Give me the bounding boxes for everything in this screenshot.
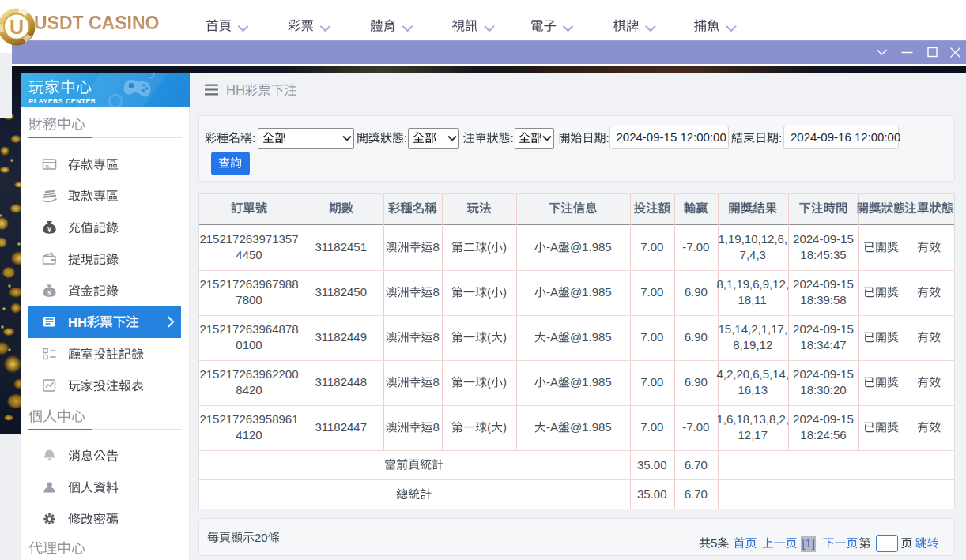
svg-text:4450: 4450 [236, 248, 262, 261]
svg-text:31182447: 31182447 [315, 420, 367, 434]
svg-text:7.00: 7.00 [640, 375, 663, 389]
svg-text:6.70: 6.70 [685, 458, 708, 472]
svg-text:8: 8 [433, 285, 440, 299]
svg-text:6.70: 6.70 [685, 487, 708, 501]
svg-text:4,2,20,6,5,14,: 4,2,20,6,5,14, [716, 367, 789, 381]
svg-text:31182449: 31182449 [315, 330, 367, 344]
svg-text:1,19,10,12,6,: 1,19,10,12,6, [719, 232, 788, 246]
svg-text:2024-09-15: 2024-09-15 [793, 232, 854, 246]
svg-text:(: ( [487, 240, 491, 254]
svg-text:31182448: 31182448 [315, 375, 367, 389]
svg-text:-A: -A [546, 375, 558, 389]
svg-text:-7.00: -7.00 [682, 420, 709, 434]
svg-text:): ) [503, 420, 507, 434]
svg-text:6.90: 6.90 [685, 330, 708, 344]
svg-text:8: 8 [433, 420, 440, 434]
svg-text:@1.985: @1.985 [570, 375, 612, 389]
svg-text:@1.985: @1.985 [570, 330, 612, 344]
svg-text:8: 8 [433, 330, 440, 344]
svg-text:2024-09-15: 2024-09-15 [793, 322, 854, 336]
svg-text:5: 5 [711, 536, 717, 550]
svg-text::: : [606, 131, 609, 145]
svg-text:15,14,2,1,17,: 15,14,2,1,17, [719, 322, 788, 336]
svg-text:): ) [503, 285, 507, 299]
svg-text:31182450: 31182450 [315, 285, 367, 299]
svg-text:7800: 7800 [236, 293, 262, 306]
svg-text::: : [252, 131, 255, 145]
svg-text:@1.985: @1.985 [570, 240, 612, 254]
svg-text:215217263971357: 215217263971357 [199, 232, 298, 246]
svg-text:): ) [503, 330, 507, 344]
svg-text:215217263967988: 215217263967988 [199, 277, 298, 291]
svg-text:4120: 4120 [236, 428, 262, 442]
svg-text:(: ( [487, 330, 491, 344]
svg-text:215217263964878: 215217263964878 [199, 322, 298, 336]
svg-text:2024-09-15: 2024-09-15 [793, 367, 854, 381]
svg-text:18:34:47: 18:34:47 [800, 338, 846, 351]
svg-text:215217263958961: 215217263958961 [199, 412, 298, 426]
svg-text:8: 8 [433, 240, 440, 254]
svg-text::: : [779, 131, 782, 145]
svg-text:16,13: 16,13 [738, 383, 768, 397]
svg-text:¥: ¥ [47, 226, 51, 234]
svg-text:12,17: 12,17 [738, 428, 768, 442]
svg-text:18:24:56: 18:24:56 [800, 428, 846, 442]
svg-text:7.00: 7.00 [640, 240, 663, 254]
svg-text:18,11: 18,11 [738, 293, 767, 306]
svg-text:-A: -A [546, 420, 558, 434]
svg-text:@1.985: @1.985 [570, 420, 612, 434]
svg-text:18:45:35: 18:45:35 [800, 248, 846, 261]
svg-text:18:30:20: 18:30:20 [800, 383, 846, 397]
svg-text:(: ( [487, 420, 491, 434]
svg-text:6.90: 6.90 [685, 285, 708, 299]
svg-text:20: 20 [255, 531, 268, 544]
svg-text:[1]: [1] [802, 536, 815, 550]
svg-text:-A: -A [546, 285, 558, 299]
svg-text:2024-09-15: 2024-09-15 [793, 412, 854, 426]
svg-text:2024-09-15: 2024-09-15 [793, 277, 854, 291]
svg-text:0100: 0100 [236, 338, 262, 351]
svg-text:-A: -A [546, 330, 558, 344]
svg-text:7.00: 7.00 [640, 330, 663, 344]
svg-text:35.00: 35.00 [637, 458, 667, 472]
svg-text:@1.985: @1.985 [570, 285, 612, 299]
svg-text:): ) [503, 240, 507, 254]
svg-text:8: 8 [433, 375, 440, 389]
svg-text:PLAYERS CENTER: PLAYERS CENTER [29, 97, 96, 105]
svg-text::: : [404, 131, 407, 145]
svg-text:1,6,18,13,8,2,: 1,6,18,13,8,2, [716, 412, 789, 426]
svg-text:7,4,3: 7,4,3 [740, 248, 766, 261]
svg-text:8,1,19,6,9,12,: 8,1,19,6,9,12, [716, 277, 789, 291]
svg-text:$: $ [47, 289, 51, 297]
svg-text::: : [511, 131, 514, 145]
svg-text:): ) [503, 375, 507, 389]
svg-text:8420: 8420 [236, 383, 262, 397]
svg-text:HH: HH [226, 83, 245, 97]
svg-text:(: ( [487, 375, 491, 389]
svg-text:-A: -A [546, 240, 558, 254]
svg-text:8,19,12: 8,19,12 [733, 338, 772, 351]
svg-text:6.90: 6.90 [685, 375, 708, 389]
svg-text:215217263962200: 215217263962200 [199, 367, 298, 381]
svg-text:7.00: 7.00 [640, 285, 663, 299]
svg-text:7.00: 7.00 [640, 420, 663, 434]
svg-text:HH: HH [68, 315, 87, 329]
svg-text:35.00: 35.00 [637, 487, 667, 501]
svg-text:-7.00: -7.00 [682, 240, 709, 254]
svg-text:(: ( [487, 285, 491, 299]
svg-text:31182451: 31182451 [315, 240, 367, 254]
svg-text:18:39:58: 18:39:58 [800, 293, 846, 306]
